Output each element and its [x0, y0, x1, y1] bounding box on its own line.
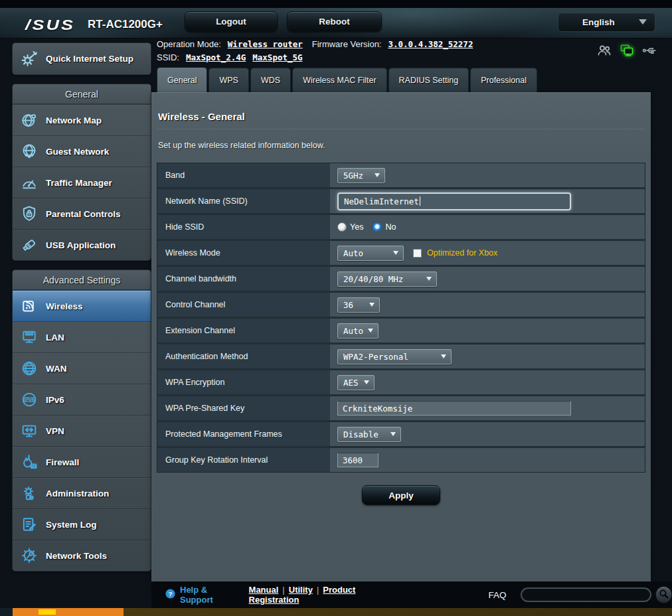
network-tools-icon: [13, 546, 46, 565]
ssid-label: SSID:: [157, 52, 179, 62]
wireless-mode-select[interactable]: Auto: [337, 246, 404, 261]
wpa-encryption-select[interactable]: AES: [337, 375, 375, 390]
tab-wireless-mac-filter[interactable]: Wireless MAC Filter: [292, 68, 386, 92]
auth-method-select[interactable]: WPA2-Personal: [337, 349, 452, 364]
sidebar-item-wan[interactable]: WAN: [13, 352, 151, 384]
operation-mode-link[interactable]: Wireless router: [228, 39, 303, 49]
sidebar-item-system-log[interactable]: System Log: [13, 508, 151, 540]
wireless-mode-value-cell: AutoOptimized for Xbox: [330, 241, 645, 265]
usb-application-icon: [13, 236, 46, 254]
wpa-encryption-value-cell: AES: [330, 370, 645, 394]
ssid-link-maxspot-2-4g[interactable]: MaxSpot_2.4G: [186, 52, 246, 62]
chevron-down-icon: [368, 329, 373, 333]
xbox-optimized-checkbox[interactable]: [413, 249, 422, 258]
sidebar-item-label: Network Tools: [46, 551, 111, 561]
faq-search-button[interactable]: [655, 586, 672, 603]
footer-link-manual[interactable]: Manual: [249, 585, 279, 595]
hide-ssid-radio-no[interactable]: [373, 222, 382, 232]
sidebar-item-parental-controls[interactable]: Parental Controls: [13, 198, 151, 229]
group-key-rotation-input[interactable]: [337, 453, 378, 467]
help-support-link[interactable]: ? Help & Support: [165, 585, 238, 605]
tab-professional[interactable]: Professional: [470, 68, 537, 92]
svg-text:IPv6: IPv6: [24, 397, 35, 403]
settings-row-pmf: Protected Management FramesDisable: [157, 422, 645, 446]
auth-method-selected-value: WPA2-Personal: [343, 352, 408, 362]
vpn-icon: [13, 422, 46, 440]
sidebar-group-advanced-settings: Advanced SettingsWirelessLANWANIPv6IPv6V…: [12, 270, 151, 572]
extension-channel-selected-value: Auto: [343, 326, 363, 336]
text-caret: [420, 196, 420, 206]
faq-search-input[interactable]: [521, 587, 651, 602]
sidebar-item-traffic-manager[interactable]: Traffic Manager: [13, 167, 151, 198]
sidebar-item-quick-internet-setup[interactable]: Quick Internet Setup: [12, 42, 151, 75]
sidebar-item-lan[interactable]: LAN: [13, 321, 151, 352]
qis-icon: [13, 49, 46, 69]
channel-bandwidth-select[interactable]: 20/40/80 MHz: [337, 271, 437, 287]
hide-ssid-value-cell: YesNo: [330, 215, 645, 239]
chevron-down-icon: [375, 173, 380, 177]
ssid-links: MaxSpot_2.4GMaxSpot_5G: [186, 52, 303, 62]
logout-button[interactable]: Logout: [185, 11, 278, 32]
extension-channel-select[interactable]: Auto: [337, 323, 378, 339]
operation-mode-label: Operation Mode:: [157, 39, 221, 49]
ssid-link-maxspot-5g[interactable]: MaxSpot_5G: [252, 52, 302, 62]
band-selected-value: 5GHz: [343, 171, 363, 181]
chevron-down-icon: [426, 277, 432, 281]
ssid-input[interactable]: NeDelimInternet: [337, 193, 571, 210]
sidebar-item-network-map[interactable]: Network Map: [13, 104, 151, 135]
reboot-button[interactable]: Reboot: [287, 11, 382, 32]
control-channel-label: Control Channel: [157, 293, 330, 317]
apply-button[interactable]: Apply: [362, 485, 440, 505]
network-status-icon[interactable]: [619, 42, 635, 61]
sidebar-item-label: Parental Controls: [46, 209, 125, 219]
ssid-value: NeDelimInternet: [344, 196, 419, 206]
footer-link-separator: |: [282, 585, 284, 595]
sidebar-item-wireless[interactable]: Wireless: [13, 290, 151, 321]
wireless-icon: [13, 297, 46, 315]
footer-link-utility[interactable]: Utility: [289, 585, 313, 595]
svg-text:?: ?: [168, 590, 172, 597]
settings-row-control-channel: Control Channel36: [157, 293, 645, 317]
channel-bandwidth-label: Channel bandwidth: [157, 267, 330, 291]
settings-row-wireless-mode: Wireless ModeAutoOptimized for Xbox: [157, 241, 645, 265]
ssid-label: Network Name (SSID): [157, 189, 330, 213]
router-model: RT-AC1200G+: [88, 18, 163, 31]
settings-row-ssid: Network Name (SSID)NeDelimInternet: [157, 189, 645, 213]
language-select[interactable]: English: [558, 12, 655, 32]
auth-method-label: Authentication Method: [157, 345, 330, 368]
search-icon: [658, 588, 669, 602]
auth-method-value-cell: WPA2-Personal: [330, 345, 645, 368]
clients-icon[interactable]: [596, 42, 612, 61]
band-select[interactable]: 5GHz: [337, 168, 385, 183]
tab-wds[interactable]: WDS: [250, 68, 291, 92]
sidebar-item-ipv6[interactable]: IPv6IPv6: [13, 384, 151, 415]
sidebar-item-vpn[interactable]: VPN: [13, 415, 151, 446]
settings-table: Band5GHzNetwork Name (SSID)NeDelimIntern…: [157, 163, 645, 473]
sidebar-item-firewall[interactable]: Firewall: [13, 446, 151, 477]
asus-logo: /SUS: [25, 17, 75, 34]
system-log-icon: [13, 515, 46, 534]
sidebar-item-label: VPN: [46, 426, 68, 436]
sidebar-item-guest-network[interactable]: Guest Network: [13, 135, 151, 167]
help-support-label: Help & Support: [180, 585, 238, 605]
sidebar-item-label: IPv6: [46, 395, 68, 405]
control-channel-select[interactable]: 36: [337, 297, 380, 313]
footer: ? Help & Support Manual|Utility|Product …: [151, 581, 672, 608]
firmware-version-link[interactable]: 3.0.0.4.382_52272: [388, 39, 473, 49]
hide-ssid-radio-yes[interactable]: [337, 222, 347, 232]
sidebar-groups: GeneralNetwork MapGuest NetworkTraffic M…: [12, 84, 151, 572]
sidebar-item-label: System Log: [46, 520, 101, 530]
sidebar-item-network-tools[interactable]: Network Tools: [13, 540, 151, 571]
wpa-psk-input[interactable]: [337, 401, 571, 416]
usb-device-icon[interactable]: [641, 42, 657, 61]
network-map-icon: [13, 111, 46, 129]
tab-wps[interactable]: WPS: [209, 68, 248, 92]
sidebar-item-usb-application[interactable]: USB Application: [13, 229, 151, 260]
chevron-down-icon: [441, 354, 446, 358]
wireless-mode-label: Wireless Mode: [157, 241, 330, 265]
tab-radius-setting[interactable]: RADIUS Setting: [388, 68, 469, 92]
tab-general[interactable]: General: [157, 67, 207, 92]
footer-links: Manual|Utility|Product Registration: [249, 585, 399, 605]
pmf-select[interactable]: Disable: [337, 427, 401, 442]
sidebar-item-administration[interactable]: Administration: [13, 477, 151, 508]
